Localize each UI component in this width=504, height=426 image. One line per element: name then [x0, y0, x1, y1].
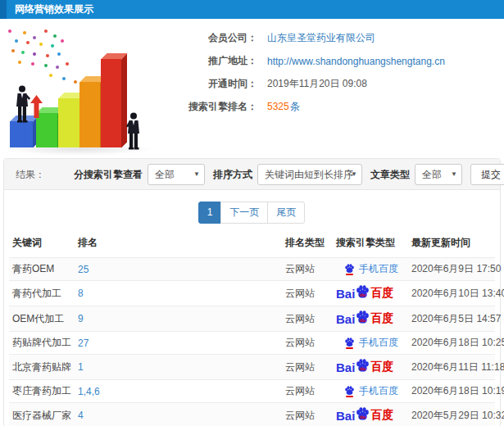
seo-rank-unit: 条 [290, 101, 300, 112]
businessman-right-icon [125, 111, 143, 151]
mobile-baidu-label: 手机百度 [359, 384, 398, 398]
updated-cell: 2020年6月18日 10:25 [408, 332, 495, 355]
baidu-paw-icon: du [356, 407, 370, 420]
rank-link[interactable]: 1,4,6 [75, 380, 282, 403]
company-info: 会员公司： 山东皇圣堂药业有限公司 推广地址： http://www.shand… [161, 28, 445, 120]
open-time-label: 开通时间： [161, 77, 257, 91]
article-type-value: 全部 [422, 169, 442, 180]
rank-type-cell: 云网站 [282, 355, 333, 380]
rank-link[interactable]: 9 [75, 306, 282, 332]
rank-type-cell: 云网站 [282, 281, 333, 306]
seo-rank-row: 搜索引擎排名： 5325条 [161, 97, 445, 117]
rank-link[interactable]: 4 [75, 403, 282, 426]
businessman-left-icon [13, 85, 31, 123]
engine-cell: Bai du 百度 [333, 306, 408, 332]
pagination: 1 下一页 尾页 [4, 202, 500, 224]
baidu-logo-bai: Bai [336, 360, 355, 374]
rank-type-cell: 云网站 [282, 332, 333, 355]
engine-filter-label: 分搜索引擎查看 [74, 168, 143, 182]
keyword-cell: 枣庄膏药加工 [9, 380, 75, 403]
svg-text:du: du [360, 317, 366, 323]
svg-text:du: du [360, 414, 366, 419]
baidu-paw-icon: du [356, 359, 370, 372]
engine-cell: 手机百度 [333, 380, 408, 403]
mobile-baidu-paw-icon [344, 338, 355, 349]
seo-rank-value[interactable]: 5325条 [267, 100, 300, 114]
promo-url-label: 推广地址： [161, 54, 257, 68]
engine-cell: 手机百度 [333, 332, 408, 355]
header-updated: 最新更新时间 [408, 231, 495, 258]
table-row: 北京膏药贴牌 1 云网站 Bai du 百度 2020年6月11日 11:18 [9, 355, 495, 380]
baidu-logo-cn: 百度 [370, 311, 393, 326]
updated-cell: 2020年6月18日 10:19 [408, 380, 495, 403]
seo-rank-label: 搜索引擎排名： [161, 100, 257, 114]
result-label: 结果： [16, 159, 45, 190]
rank-type-cell: 云网站 [282, 403, 333, 426]
bar-orange [79, 82, 100, 147]
engine-cell: Bai du 百度 [333, 403, 408, 426]
baidu-logo: Bai du 百度 [336, 310, 393, 327]
article-type-label: 文章类型 [370, 168, 410, 182]
title-bar-accent [0, 0, 7, 19]
company-name-link[interactable]: 山东皇圣堂药业有限公司 [267, 31, 375, 45]
keyword-cell: OEM代加工 [9, 306, 75, 332]
open-time-row: 开通时间： 2019年11月20日 09:08 [161, 74, 445, 94]
chevron-down-icon: ▼ [351, 165, 357, 184]
chevron-down-icon: ▼ [193, 165, 200, 184]
keyword-cell: 北京膏药贴牌 [9, 355, 75, 380]
table-row: OEM代加工 9 云网站 Bai du 百度 2020年6月5日 14:57 [9, 306, 495, 332]
baidu-paw-icon: du [356, 285, 370, 298]
svg-text:du: du [360, 292, 366, 297]
promo-url-link[interactable]: http://www.shandonghuangshengtang.cn [267, 56, 445, 67]
engine-filter-value: 全部 [155, 169, 175, 180]
marketing-growth-illustration [2, 26, 159, 156]
sort-filter-value: 关键词由短到长排序 [265, 169, 353, 180]
bar-blue [10, 121, 33, 147]
updated-cell: 2020年6月10日 13:40 [408, 281, 495, 306]
updated-cell: 2020年5月29日 10:32 [408, 403, 495, 426]
header-engine-type: 搜索引擎类型 [333, 231, 408, 258]
sort-filter-select[interactable]: 关键词由短到长排序 ▼ [257, 164, 362, 185]
results-panel: 结果： 分搜索引擎查看 全部 ▼ 排序方式 关键词由短到长排序 ▼ 文章类型 全… [3, 158, 501, 426]
next-page-button[interactable]: 下一页 [220, 202, 268, 224]
baidu-logo-cn: 百度 [370, 360, 393, 374]
filter-bar: 结果： 分搜索引擎查看 全部 ▼ 排序方式 关键词由短到长排序 ▼ 文章类型 全… [4, 159, 500, 190]
mobile-baidu-badge: 手机百度 [344, 262, 398, 276]
rank-type-cell: 云网站 [282, 380, 333, 403]
rank-link[interactable]: 1 [75, 355, 282, 380]
updated-cell: 2020年6月11日 11:18 [408, 355, 495, 380]
seo-rank-count: 5325 [267, 101, 289, 112]
submit-button[interactable]: 提交 [470, 164, 504, 185]
page-1-button[interactable]: 1 [198, 202, 222, 224]
company-label: 会员公司： [161, 31, 257, 45]
rank-type-cell: 云网站 [282, 306, 333, 332]
table-row: 枣庄膏药加工 1,4,6 云网站 手机百度 2020年6月18日 10:19 [9, 380, 495, 403]
table-row: 膏药OEM 25 云网站 手机百度 2020年6月9日 17:50 [9, 258, 495, 281]
rank-link[interactable]: 27 [75, 332, 282, 355]
engine-filter-select[interactable]: 全部 ▼ [148, 164, 205, 185]
mobile-baidu-badge: 手机百度 [344, 384, 398, 398]
mobile-baidu-paw-icon [344, 264, 355, 275]
updated-cell: 2020年6月9日 17:50 [408, 258, 495, 281]
promo-url-row: 推广地址： http://www.shandonghuangshengtang.… [161, 51, 445, 71]
bar-green [36, 113, 57, 147]
baidu-logo: Bai du 百度 [336, 285, 393, 301]
mobile-baidu-underline [346, 274, 353, 275]
header-rank-type: 排名类型 [282, 231, 333, 258]
article-type-select[interactable]: 全部 ▼ [415, 164, 462, 185]
baidu-logo-cn: 百度 [370, 408, 393, 423]
table-row: 药贴牌代加工 27 云网站 手机百度 2020年6月18日 10:25 [9, 332, 495, 355]
svg-text:du: du [360, 365, 366, 371]
baidu-logo: Bai du 百度 [336, 359, 393, 375]
baidu-paw-icon: du [356, 310, 370, 324]
header-rank: 排名 [75, 231, 282, 258]
last-page-button[interactable]: 尾页 [267, 202, 305, 224]
baidu-logo-bai: Bai [336, 312, 355, 326]
rank-link[interactable]: 25 [75, 258, 282, 281]
baidu-logo-bai: Bai [336, 409, 355, 423]
open-time-value: 2019年11月20日 09:08 [267, 77, 367, 91]
mobile-baidu-underline [346, 347, 353, 349]
mobile-baidu-badge: 手机百度 [344, 336, 398, 350]
table-row: 医疗器械厂家 4 云网站 Bai du 百度 2020年5月29日 10:32 [9, 403, 495, 426]
rank-link[interactable]: 8 [75, 281, 282, 306]
